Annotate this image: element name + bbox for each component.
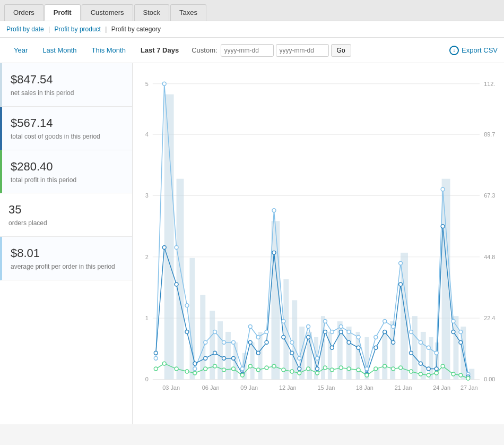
stat-net-sales: $847.54 net sales in this period (0, 63, 132, 107)
custom-label: Custom: (192, 46, 217, 54)
svg-rect-27 (164, 95, 174, 380)
svg-rect-54 (412, 316, 418, 379)
svg-point-77 (290, 340, 294, 344)
svg-rect-58 (442, 179, 450, 380)
svg-point-169 (441, 364, 445, 368)
svg-text:21 Jan: 21 Jan (395, 384, 412, 391)
svg-point-114 (290, 351, 294, 355)
svg-point-144 (231, 367, 235, 371)
stat-profit-label: total profit in this period (11, 176, 124, 185)
svg-text:3: 3 (145, 192, 149, 199)
svg-text:112.21: 112.21 (484, 81, 496, 87)
breadcrumb-sep-1: | (48, 25, 50, 33)
svg-point-127 (399, 283, 403, 286)
svg-text:09 Jan: 09 Jan (240, 384, 258, 391)
svg-point-83 (339, 325, 343, 329)
export-csv-button[interactable]: ↓ Export CSV (449, 46, 498, 55)
tab-taxes[interactable]: Taxes (170, 4, 206, 21)
svg-point-171 (459, 373, 463, 377)
svg-rect-56 (429, 337, 433, 380)
svg-point-160 (365, 373, 369, 377)
svg-point-75 (272, 209, 276, 212)
svg-point-167 (427, 373, 430, 377)
svg-text:27 Jan: 27 Jan (460, 384, 478, 391)
svg-point-156 (330, 368, 334, 372)
svg-text:22.44: 22.44 (484, 315, 496, 321)
filter-last-month[interactable]: Last Month (35, 43, 84, 57)
breadcrumb-profit-by-product[interactable]: Profit by product (55, 25, 101, 33)
tab-customers[interactable]: Customers (82, 4, 133, 21)
svg-text:44.88: 44.88 (484, 254, 496, 260)
svg-point-152 (298, 371, 301, 375)
svg-point-78 (298, 356, 301, 360)
svg-point-95 (441, 187, 445, 191)
top-tabs-container: Orders Profit Customers Stock Taxes (0, 0, 504, 21)
tab-stock[interactable]: Stock (134, 4, 170, 21)
svg-point-97 (459, 330, 463, 333)
svg-point-87 (374, 335, 378, 339)
svg-point-110 (256, 351, 260, 355)
svg-point-117 (316, 367, 319, 371)
svg-point-145 (240, 373, 244, 377)
svg-point-96 (451, 320, 455, 323)
svg-point-82 (330, 330, 334, 333)
svg-point-138 (175, 367, 178, 371)
svg-text:1: 1 (145, 315, 149, 321)
breadcrumb-profit-by-category: Profit by category (111, 25, 161, 33)
svg-point-100 (162, 245, 166, 249)
svg-point-148 (265, 366, 268, 370)
svg-point-125 (383, 330, 387, 333)
breadcrumb-sep-2: | (105, 25, 107, 33)
export-label: Export CSV (462, 46, 498, 54)
svg-text:0.00: 0.00 (484, 376, 495, 382)
svg-point-62 (154, 356, 158, 360)
svg-text:89.77: 89.77 (484, 131, 496, 138)
filter-last-7-days[interactable]: Last 7 Days (133, 43, 186, 57)
svg-point-65 (185, 304, 189, 307)
custom-start-date[interactable] (221, 44, 274, 57)
custom-end-date[interactable] (276, 44, 329, 57)
tab-profit[interactable]: Profit (45, 4, 81, 21)
svg-point-92 (419, 340, 422, 344)
svg-text:06 Jan: 06 Jan (202, 384, 220, 391)
svg-point-94 (435, 351, 438, 355)
svg-point-66 (193, 367, 197, 371)
stat-avg-profit-value: $8.01 (11, 246, 124, 260)
svg-text:2: 2 (145, 254, 149, 260)
svg-point-130 (427, 367, 430, 371)
svg-point-79 (307, 325, 310, 329)
stat-avg-profit-label: average profit per order in this period (11, 262, 124, 271)
svg-text:03 Jan: 03 Jan (162, 384, 180, 391)
svg-rect-51 (382, 332, 387, 379)
svg-point-99 (154, 351, 158, 355)
svg-point-133 (451, 330, 455, 333)
tab-orders[interactable]: Orders (4, 4, 44, 21)
top-tabs: Orders Profit Customers Stock Taxes (0, 0, 504, 21)
svg-text:4: 4 (145, 131, 149, 138)
breadcrumb-profit-by-date[interactable]: Profit by date (6, 25, 44, 33)
svg-point-155 (323, 366, 327, 370)
svg-point-149 (272, 364, 276, 368)
stats-panel: $847.54 net sales in this period $567.14… (0, 63, 133, 424)
svg-point-129 (419, 362, 422, 365)
svg-text:12 Jan: 12 Jan (279, 384, 297, 391)
svg-point-81 (323, 320, 327, 323)
stat-profit-value: $280.40 (11, 160, 124, 174)
svg-rect-36 (250, 343, 255, 380)
filter-this-month[interactable]: This Month (84, 43, 133, 57)
svg-point-166 (419, 372, 422, 376)
stat-net-sales-value: $847.54 (11, 73, 124, 87)
filter-year[interactable]: Year (6, 43, 35, 57)
svg-point-134 (459, 340, 463, 344)
svg-point-131 (435, 367, 438, 371)
svg-point-86 (365, 367, 369, 371)
svg-point-101 (175, 283, 178, 286)
svg-rect-31 (210, 311, 215, 379)
go-button[interactable]: Go (331, 44, 351, 57)
svg-point-161 (374, 367, 378, 371)
svg-point-102 (185, 330, 189, 333)
main-content: $847.54 net sales in this period $567.14… (0, 63, 504, 424)
svg-point-147 (256, 368, 260, 372)
stat-cost-value: $567.14 (11, 116, 124, 130)
stat-avg-profit: $8.01 average profit per order in this p… (0, 237, 132, 280)
